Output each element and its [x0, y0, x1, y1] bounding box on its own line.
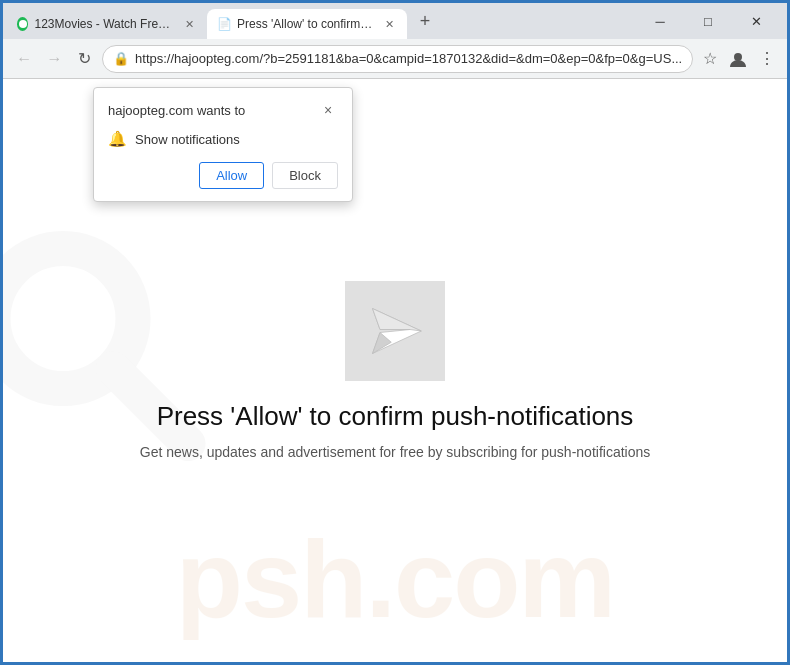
window-controls: ─ □ ✕ — [637, 6, 783, 36]
bell-icon: 🔔 — [108, 130, 127, 148]
browser-window: 123Movies - Watch Free Movies ✕ 📄 Press … — [3, 3, 787, 662]
bookmark-button[interactable]: ☆ — [697, 45, 722, 73]
tab-label-hajoopteg: Press 'Allow' to confirm push-no — [237, 17, 375, 31]
tab-close-123movies[interactable]: ✕ — [181, 16, 197, 32]
block-button[interactable]: Block — [272, 162, 338, 189]
popup-close-button[interactable]: × — [318, 100, 338, 120]
title-bar: 123Movies - Watch Free Movies ✕ 📄 Press … — [3, 3, 787, 39]
tab-favicon-hajoopteg: 📄 — [217, 17, 231, 31]
tab-favicon-123movies — [17, 17, 28, 31]
tabs-area: 123Movies - Watch Free Movies ✕ 📄 Press … — [7, 3, 637, 39]
tab-hajoopteg[interactable]: 📄 Press 'Allow' to confirm push-no ✕ — [207, 9, 407, 39]
address-bar[interactable]: 🔒 https://hajoopteg.com/?b=2591181&ba=0&… — [102, 45, 693, 73]
account-button[interactable] — [726, 45, 751, 73]
account-icon-svg — [728, 49, 748, 69]
allow-button[interactable]: Allow — [199, 162, 264, 189]
popup-notification-row: 🔔 Show notifications — [108, 130, 338, 148]
paper-plane-container — [345, 281, 445, 381]
popup-title: hajoopteg.com wants to — [108, 103, 245, 118]
watermark-text-label: psh.com — [3, 515, 787, 642]
page-sub-heading: Get news, updates and advertisement for … — [140, 444, 651, 460]
tab-label-123movies: 123Movies - Watch Free Movies — [34, 17, 175, 31]
window-close-button[interactable]: ✕ — [733, 6, 779, 36]
maximize-button[interactable]: □ — [685, 6, 731, 36]
url-text: https://hajoopteg.com/?b=2591181&ba=0&ca… — [135, 51, 682, 66]
new-tab-button[interactable]: + — [411, 7, 439, 35]
notification-label: Show notifications — [135, 132, 240, 147]
popup-header: hajoopteg.com wants to × — [108, 100, 338, 120]
paper-plane-icon — [365, 301, 425, 361]
svg-point-0 — [734, 53, 742, 61]
menu-button[interactable]: ⋮ — [754, 45, 779, 73]
tab-favicon-inner — [19, 20, 27, 28]
minimize-button[interactable]: ─ — [637, 6, 683, 36]
permission-popup: hajoopteg.com wants to × 🔔 Show notifica… — [93, 87, 353, 202]
back-button[interactable]: ← — [11, 44, 37, 74]
svg-marker-5 — [373, 309, 422, 332]
tab-123movies[interactable]: 123Movies - Watch Free Movies ✕ — [7, 9, 207, 39]
page-main-heading: Press 'Allow' to confirm push-notificati… — [157, 401, 634, 432]
svg-point-1 — [3, 248, 133, 388]
forward-button[interactable]: → — [41, 44, 67, 74]
lock-icon: 🔒 — [113, 51, 129, 66]
page-content: psh.com hajoopteg.com wants to × 🔔 Show … — [3, 79, 787, 662]
popup-buttons: Allow Block — [108, 162, 338, 189]
tab-close-hajoopteg[interactable]: ✕ — [381, 16, 397, 32]
refresh-button[interactable]: ↻ — [72, 44, 98, 74]
nav-bar: ← → ↻ 🔒 https://hajoopteg.com/?b=2591181… — [3, 39, 787, 79]
